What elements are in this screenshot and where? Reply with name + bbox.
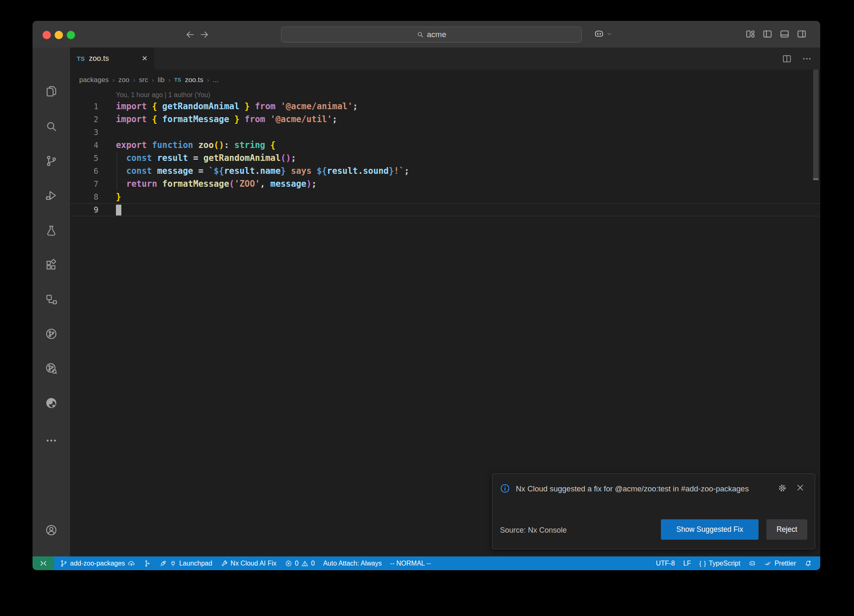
extensions-icon bbox=[45, 259, 58, 271]
sidebar-item-search[interactable] bbox=[45, 120, 58, 133]
minimize-window-button[interactable] bbox=[55, 31, 63, 39]
problems-status[interactable]: 0 0 bbox=[281, 556, 319, 570]
remote-indicator[interactable] bbox=[33, 556, 54, 570]
code-line-3[interactable]: 3 bbox=[70, 126, 820, 139]
breadcrumb-segment[interactable]: packages bbox=[79, 76, 109, 84]
more-actions-icon[interactable] bbox=[802, 54, 812, 64]
braces-icon: { } bbox=[699, 560, 706, 567]
nx-status-item[interactable] bbox=[139, 556, 155, 570]
auto-attach-label: Auto Attach: Always bbox=[323, 560, 382, 567]
editor-actions bbox=[782, 48, 812, 70]
double-check-icon bbox=[764, 560, 772, 567]
edge-browser-icon bbox=[45, 397, 58, 409]
sidebar-item-testing[interactable] bbox=[45, 225, 58, 237]
copilot-status[interactable] bbox=[744, 556, 760, 570]
activity-bar bbox=[33, 48, 70, 556]
code-line-9[interactable]: 9 bbox=[70, 203, 820, 216]
sidebar-item-source-control[interactable] bbox=[45, 155, 58, 167]
toggle-panel-icon[interactable] bbox=[779, 29, 790, 39]
sidebar-item-explorer[interactable] bbox=[45, 85, 58, 98]
close-tab-icon[interactable]: ✕ bbox=[142, 55, 148, 62]
code-text: } bbox=[116, 190, 121, 203]
code-line-5[interactable]: 5 const result = getRandomAnimal(); bbox=[70, 152, 820, 165]
breadcrumb-segment[interactable]: src bbox=[139, 76, 148, 84]
layout-controls bbox=[745, 29, 807, 39]
breadcrumb: packages › zoo › src › lib › TS zoo.ts ›… bbox=[70, 70, 820, 90]
code-line-6[interactable]: 6 const message = `${result.name} says $… bbox=[70, 165, 820, 178]
nx-cloud-ai-fix-status[interactable]: Nx Cloud AI Fix bbox=[216, 556, 281, 570]
line-number: 6 bbox=[70, 165, 98, 178]
account-icon bbox=[45, 524, 58, 536]
toggle-secondary-sidebar-icon[interactable] bbox=[796, 29, 807, 39]
history-nav bbox=[185, 29, 213, 40]
code-line-4[interactable]: 4export function zoo(): string { bbox=[70, 139, 820, 152]
close-window-button[interactable] bbox=[43, 31, 51, 39]
notification-toast: Nx Cloud suggested a fix for @acme/zoo:t… bbox=[492, 473, 815, 549]
bell-dot-icon bbox=[804, 560, 812, 567]
breadcrumb-file[interactable]: zoo.ts bbox=[185, 76, 203, 84]
back-arrow-icon[interactable] bbox=[185, 29, 196, 40]
gitlens-launchpad[interactable]: Launchpad bbox=[155, 556, 216, 570]
code-line-7[interactable]: 7 return formatMessage('ZOO', message); bbox=[70, 178, 820, 190]
cloud-upload-icon bbox=[128, 560, 135, 567]
chevron-down-icon bbox=[607, 31, 612, 37]
remote-icon bbox=[39, 559, 48, 568]
chevron-right-icon: › bbox=[113, 76, 115, 83]
command-center-search[interactable]: acme bbox=[281, 27, 582, 43]
encoding-status[interactable]: UTF-8 bbox=[652, 556, 679, 570]
eol-label: LF bbox=[683, 560, 691, 567]
sidebar-item-github-pull-requests[interactable] bbox=[45, 328, 58, 340]
sidebar-item-source-control-graph[interactable] bbox=[45, 362, 58, 375]
breadcrumb-segment[interactable]: lib bbox=[158, 76, 165, 84]
toggle-primary-sidebar-icon[interactable] bbox=[762, 29, 773, 39]
code-line-1[interactable]: 1import { getRandomAnimal } from '@acme/… bbox=[70, 100, 820, 113]
sidebar-item-additional-views[interactable] bbox=[45, 434, 58, 447]
eol-status[interactable]: LF bbox=[679, 556, 695, 570]
zoom-window-button[interactable] bbox=[67, 31, 75, 39]
breadcrumb-tail[interactable]: ... bbox=[213, 76, 219, 84]
breadcrumb-segment[interactable]: zoo bbox=[118, 76, 130, 84]
tab-zoo-ts[interactable]: TS zoo.ts ✕ bbox=[70, 48, 154, 70]
show-suggested-fix-button[interactable]: Show Suggested Fix bbox=[661, 519, 759, 540]
split-editor-icon[interactable] bbox=[782, 54, 792, 64]
copilot-icon bbox=[593, 28, 605, 40]
nx-cloud-ai-fix-label: Nx Cloud AI Fix bbox=[231, 560, 276, 567]
customize-layout-icon[interactable] bbox=[745, 29, 756, 39]
copilot-menu[interactable] bbox=[593, 28, 612, 40]
sidebar-item-nx-console[interactable] bbox=[45, 293, 58, 306]
formatter-label: Prettier bbox=[774, 560, 796, 567]
code-line-2[interactable]: 2import { formatMessage } from '@acme/ut… bbox=[70, 113, 820, 126]
notification-settings-gear-icon[interactable] bbox=[777, 483, 787, 493]
branch-icon bbox=[60, 560, 68, 567]
reject-button[interactable]: Reject bbox=[766, 519, 807, 540]
forward-arrow-icon[interactable] bbox=[199, 29, 210, 40]
nx-console-icon bbox=[45, 293, 58, 306]
files-icon bbox=[45, 85, 58, 98]
line-number: 7 bbox=[70, 178, 98, 190]
vim-block-cursor bbox=[116, 205, 121, 215]
sidebar-item-extensions[interactable] bbox=[45, 259, 58, 271]
language-label: TypeScript bbox=[709, 560, 741, 567]
status-bar-right: UTF-8 LF { } TypeScript bbox=[652, 556, 820, 570]
notification-close-icon[interactable] bbox=[796, 483, 805, 492]
code-text: import { getRandomAnimal } from '@acme/a… bbox=[116, 100, 358, 113]
chevron-right-icon: › bbox=[207, 76, 209, 83]
git-branch-status[interactable]: add-zoo-packages bbox=[56, 556, 139, 570]
chevron-right-icon: › bbox=[168, 76, 171, 83]
auto-attach-status[interactable]: Auto Attach: Always bbox=[319, 556, 386, 570]
typescript-file-icon: TS bbox=[77, 55, 85, 62]
language-mode-status[interactable]: { } TypeScript bbox=[695, 556, 744, 570]
line-number: 9 bbox=[70, 204, 98, 216]
code-line-8[interactable]: 8} bbox=[70, 190, 820, 203]
sidebar-item-run-and-debug[interactable] bbox=[45, 189, 58, 202]
sidebar-item-edge-devtools[interactable] bbox=[45, 397, 58, 409]
notifications-bell[interactable] bbox=[800, 556, 816, 570]
accounts-button[interactable] bbox=[45, 524, 58, 536]
debug-icon bbox=[45, 189, 58, 202]
vertical-scrollbar[interactable] bbox=[813, 70, 819, 180]
search-value: acme bbox=[427, 30, 446, 39]
code-text: const message = `${result.name} says ${r… bbox=[116, 165, 409, 178]
formatter-status[interactable]: Prettier bbox=[760, 556, 800, 570]
line-number: 5 bbox=[70, 152, 98, 165]
vim-mode-status[interactable]: -- NORMAL -- bbox=[386, 556, 435, 570]
